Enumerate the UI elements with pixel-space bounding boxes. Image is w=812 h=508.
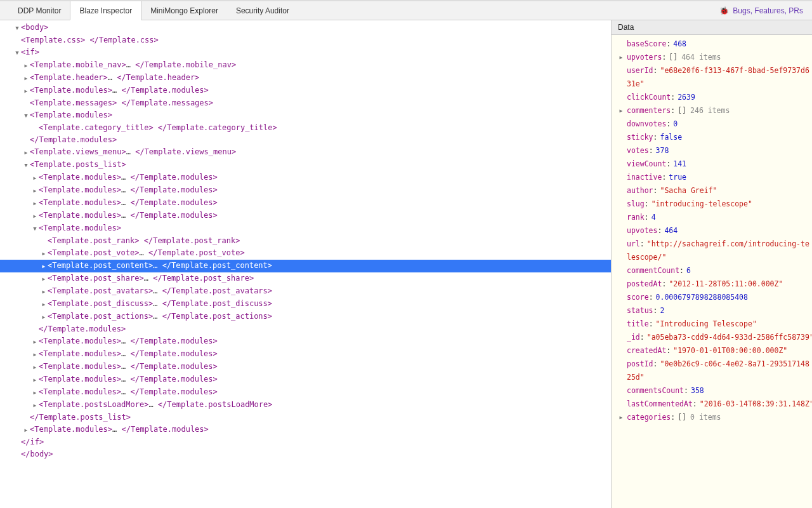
chevron-right-icon[interactable]: ▶ [41,248,47,260]
chevron-right-icon[interactable]: ▶ [41,298,47,311]
chevron-right-icon[interactable]: ▶ [32,197,38,210]
tree-row[interactable]: ▼<Template.modules> [0,109,611,122]
tab-minimongo-explorer[interactable]: MiniMongo Explorer [141,1,227,20]
tree-row[interactable]: </Template.modules> [0,134,611,146]
tree-row[interactable]: ▶<Template.modules>… </Template.modules> [0,373,611,386]
data-row[interactable]: _id:"a05eba73-cdd9-4d64-933d-2586ffc5873… [617,331,812,344]
tree-row[interactable]: ▶<Template.modules>… </Template.modules> [0,348,611,361]
tree-row[interactable]: ▼<Template.posts_list> [0,159,611,171]
chevron-right-icon[interactable]: ▶ [32,336,38,348]
data-row[interactable]: baseScore:468 [617,37,812,51]
data-row[interactable]: clickCount:2639 [617,91,812,104]
tree-row[interactable]: </body> [0,448,611,460]
data-key: userId [627,66,653,75]
data-row[interactable]: sticky:false [617,131,812,144]
tree-row[interactable]: ▶<Template.postsLoadMore>… </Template.po… [0,399,611,411]
chevron-right-icon[interactable]: ▶ [32,399,38,411]
tree-row[interactable]: ▶<Template.views_menu>… </Template.views… [0,146,611,159]
data-value: 358 [691,386,704,395]
tree-row[interactable]: ▼<if> [0,46,611,59]
bugs-features-link[interactable]: 🐞 Bugs, Features, PRs [710,1,812,20]
tree-row[interactable]: ▶<Template.modules>… </Template.modules> [0,424,611,436]
chevron-right-icon[interactable]: ▶ [32,172,38,184]
chevron-right-icon[interactable]: ▶ [32,387,38,399]
chevron-right-icon[interactable]: ▶ [23,60,29,72]
data-row[interactable]: commentCount:6 [617,264,812,277]
data-row[interactable]: upvotes:464 [617,224,812,237]
data-row[interactable]: downvotes:0 [617,117,812,131]
tree-row[interactable]: <Template.css> </Template.css> [0,34,611,46]
data-row[interactable]: viewCount:141 [617,157,812,171]
data-row[interactable]: postId:"0e0b26c9-c06c-4e02-8a71-29351714… [617,358,812,384]
chevron-right-icon[interactable]: ▶ [41,273,47,285]
data-row[interactable]: status:2 [617,304,812,318]
tree-row[interactable]: ▶<Template.post_avatars>… </Template.pos… [0,285,611,298]
tree-row[interactable]: ▶<Template.modules>… </Template.modules> [0,386,611,399]
tree-row[interactable]: ▶<Template.modules>… </Template.modules> [0,197,611,210]
tree-row[interactable]: ▶<Template.modules>… </Template.modules> [0,210,611,222]
chevron-right-icon[interactable]: ▶ [23,424,29,436]
tree-row[interactable]: </Template.modules> [0,323,611,335]
tree-row[interactable]: ▶<Template.modules>… </Template.modules> [0,361,611,373]
tab-ddp-monitor[interactable]: DDP Monitor [9,1,70,20]
chevron-right-icon[interactable]: ▶ [41,286,47,298]
data-panel-body[interactable]: baseScore:468▶upvoters:[]464 itemsuserId… [612,35,812,508]
chevron-down-icon[interactable]: ▼ [14,47,20,59]
data-row[interactable]: inactive:true [617,171,812,184]
chevron-down-icon[interactable]: ▼ [23,159,29,171]
chevron-right-icon[interactable]: ▶ [618,411,624,424]
tree-row[interactable]: </if> [0,436,611,448]
tree-row[interactable]: <Template.category_title> </Template.cat… [0,122,611,134]
chevron-right-icon[interactable]: ▶ [32,210,38,222]
data-row[interactable]: lastCommentedAt:"2016-03-14T08:39:31.148… [617,398,812,411]
tree-row[interactable]: ▼<body> [0,22,611,34]
data-row[interactable]: postedAt:"2012-11-28T05:11:00.000Z" [617,277,812,291]
chevron-down-icon[interactable]: ▼ [32,223,38,235]
tree-row[interactable]: ▶<Template.modules>… </Template.modules> [0,171,611,184]
tree-row[interactable]: ▶<Template.modules>… </Template.modules> [0,335,611,348]
tree-row[interactable]: ▼<Template.modules> [0,222,611,235]
tree-row[interactable]: </Template.posts_list> [0,411,611,424]
tree-row[interactable]: ▶<Template.mobile_nav>… </Template.mobil… [0,59,611,72]
tree-row[interactable]: ▶<Template.post_vote>… </Template.post_v… [0,247,611,260]
tree-row[interactable]: ▶<Template.header>… </Template.header> [0,72,611,84]
tree-row[interactable]: ▶<Template.post_actions>… </Template.pos… [0,311,611,323]
tab-blaze-inspector[interactable]: Blaze Inspector [70,1,141,20]
chevron-right-icon[interactable]: ▶ [41,311,47,323]
tree-row[interactable]: ▶<Template.modules>… </Template.modules> [0,84,611,97]
data-row[interactable]: score:0.0006797898288085408 [617,291,812,304]
data-row[interactable]: url:"http://sachagreif.com/introducing-t… [617,237,812,264]
chevron-right-icon[interactable]: ▶ [32,185,38,197]
chevron-right-icon[interactable]: ▶ [32,349,38,361]
data-row[interactable]: votes:378 [617,144,812,157]
tree-row[interactable]: ▶<Template.post_share>… </Template.post_… [0,272,611,285]
template-tree[interactable]: ▼<body><Template.css> </Template.css>▼<i… [0,20,611,508]
tree-row[interactable]: ▶<Template.modules>… </Template.modules> [0,184,611,197]
chevron-right-icon[interactable]: ▶ [23,85,29,97]
data-row[interactable]: author:"Sacha Greif" [617,184,812,197]
chevron-right-icon[interactable]: ▶ [23,147,29,159]
data-row[interactable]: ▶commenters:[]246 items [617,104,812,117]
data-row[interactable]: title:"Introducing Telescope" [617,318,812,331]
data-row[interactable]: ▶upvoters:[]464 items [617,51,812,64]
data-row[interactable]: userId:"e68e20f6-f313-467f-8bad-5ef9737d… [617,64,812,91]
tree-row[interactable]: ▶<Template.post_content>… </Template.pos… [0,260,611,272]
data-row[interactable]: commentsCount:358 [617,384,812,398]
chevron-right-icon[interactable]: ▶ [618,51,624,64]
tree-row[interactable]: <Template.messages> </Template.messages> [0,97,611,109]
chevron-right-icon[interactable]: ▶ [23,72,29,84]
chevron-right-icon[interactable]: ▶ [32,361,38,373]
chevron-down-icon[interactable]: ▼ [23,110,29,122]
data-row[interactable]: rank:4 [617,211,812,224]
data-row[interactable]: slug:"introducing-telescope" [617,197,812,211]
chevron-down-icon[interactable]: ▼ [14,22,20,34]
data-row[interactable]: createdAt:"1970-01-01T00:00:00.000Z" [617,344,812,358]
chevron-right-icon[interactable]: ▶ [32,374,38,386]
data-key: rank [627,213,645,222]
chevron-right-icon[interactable]: ▶ [41,260,47,272]
tree-row[interactable]: <Template.post_rank> </Template.post_ran… [0,235,611,247]
chevron-right-icon[interactable]: ▶ [618,104,624,117]
tree-row[interactable]: ▶<Template.post_discuss>… </Template.pos… [0,298,611,311]
tab-security-auditor[interactable]: Security Auditor [227,1,298,20]
data-row[interactable]: ▶categories:[]0 items [617,411,812,424]
